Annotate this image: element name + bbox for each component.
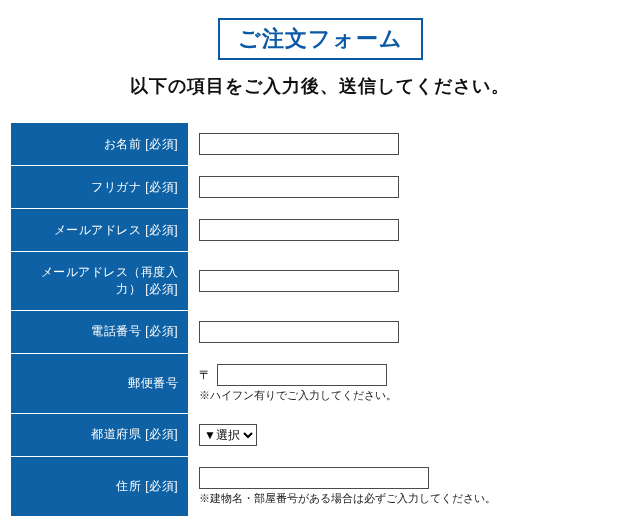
input-email-confirm[interactable]: [199, 270, 399, 292]
label-pref: 都道府県 [必須]: [11, 413, 189, 456]
input-address[interactable]: [199, 467, 429, 489]
helper-address: ※建物名・部屋番号がある場合は必ずご入力してください。: [199, 491, 619, 506]
page-subtitle: 以下の項目をご入力後、送信してください。: [0, 74, 640, 98]
input-postal[interactable]: [217, 364, 387, 386]
label-address: 住所 [必須]: [11, 456, 189, 516]
title-wrap: ご注文フォーム: [0, 18, 640, 60]
cell-name: [189, 123, 630, 166]
page-title: ご注文フォーム: [218, 18, 423, 60]
label-name: お名前 [必須]: [11, 123, 189, 166]
input-kana[interactable]: [199, 176, 399, 198]
input-phone[interactable]: [199, 321, 399, 343]
cell-phone: [189, 310, 630, 353]
label-postal: 郵便番号: [11, 353, 189, 413]
cell-kana: [189, 166, 630, 209]
form-table: お名前 [必須] フリガナ [必須] メールアドレス [必須] メールアドレス（…: [10, 122, 630, 517]
postal-mark: 〒: [199, 368, 211, 382]
input-email[interactable]: [199, 219, 399, 241]
cell-email: [189, 209, 630, 252]
label-kana: フリガナ [必須]: [11, 166, 189, 209]
input-name[interactable]: [199, 133, 399, 155]
label-phone: 電話番号 [必須]: [11, 310, 189, 353]
cell-address: ※建物名・部屋番号がある場合は必ずご入力してください。: [189, 456, 630, 516]
order-form-container: ご注文フォーム 以下の項目をご入力後、送信してください。 お名前 [必須] フリ…: [0, 0, 640, 517]
helper-postal: ※ハイフン有りでご入力してください。: [199, 388, 619, 403]
cell-postal: 〒 ※ハイフン有りでご入力してください。: [189, 353, 630, 413]
select-prefecture[interactable]: ▼選択: [199, 424, 257, 446]
label-email2: メールアドレス（再度入力） [必須]: [11, 252, 189, 311]
cell-pref: ▼選択: [189, 413, 630, 456]
label-email: メールアドレス [必須]: [11, 209, 189, 252]
cell-email2: [189, 252, 630, 311]
